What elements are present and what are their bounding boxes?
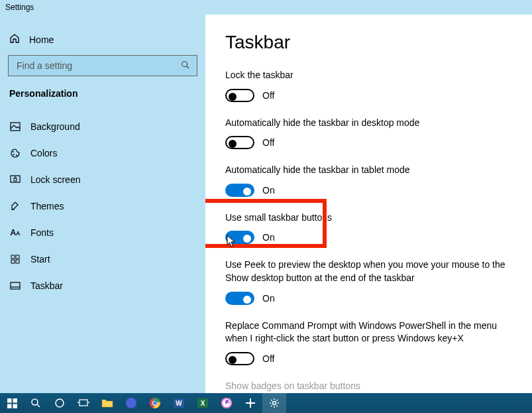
sidebar-item-fonts[interactable]: AA Fonts bbox=[8, 219, 197, 246]
setting-peek: Use Peek to preview the desktop when you… bbox=[225, 259, 512, 304]
setting-label: Use small taskbar buttons bbox=[225, 211, 512, 225]
taskbar-search-icon[interactable] bbox=[24, 393, 48, 413]
toggle-state: Off bbox=[262, 353, 274, 364]
itunes-icon[interactable] bbox=[215, 393, 239, 413]
taskview-icon[interactable] bbox=[72, 393, 95, 413]
setting-badges: Show badges on taskbar buttons bbox=[225, 380, 512, 393]
svg-point-0 bbox=[182, 61, 187, 66]
cortana-icon[interactable] bbox=[48, 393, 72, 413]
window-titlebar: Settings bbox=[0, 0, 532, 15]
sidebar-item-taskbar[interactable]: Taskbar bbox=[8, 272, 197, 299]
toggle-peek[interactable] bbox=[225, 292, 254, 305]
svg-line-1 bbox=[187, 66, 189, 68]
chrome-icon[interactable] bbox=[143, 393, 167, 413]
start-button[interactable] bbox=[0, 393, 24, 413]
search-icon bbox=[181, 60, 190, 72]
svg-text:X: X bbox=[201, 400, 205, 407]
sidebar-item-label: Colors bbox=[30, 148, 57, 158]
sidebar-item-themes[interactable]: Themes bbox=[8, 193, 197, 219]
svg-point-37 bbox=[249, 402, 252, 404]
background-icon bbox=[9, 122, 21, 131]
os-taskbar[interactable]: W X bbox=[0, 393, 532, 413]
svg-rect-15 bbox=[7, 398, 12, 403]
svg-rect-13 bbox=[11, 282, 20, 289]
setting-powershell: Replace Command Prompt with Windows Powe… bbox=[225, 320, 512, 365]
window-title: Settings bbox=[5, 3, 34, 12]
lockscreen-icon bbox=[9, 175, 21, 184]
home-link[interactable]: Home bbox=[8, 28, 197, 55]
excel-icon[interactable]: X bbox=[191, 393, 215, 413]
sidebar-item-label: Taskbar bbox=[30, 280, 63, 291]
firefox-icon[interactable] bbox=[119, 393, 143, 413]
svg-rect-11 bbox=[11, 260, 15, 263]
settings-taskbar-icon[interactable] bbox=[262, 393, 286, 413]
colors-icon bbox=[9, 148, 21, 158]
setting-label: Show badges on taskbar buttons bbox=[225, 380, 512, 393]
svg-point-38 bbox=[273, 402, 276, 405]
sidebar-item-label: Fonts bbox=[30, 227, 54, 238]
setting-label: Automatically hide the taskbar in tablet… bbox=[225, 164, 512, 177]
svg-point-19 bbox=[32, 399, 38, 405]
setting-label: Automatically hide the taskbar in deskto… bbox=[225, 117, 512, 130]
svg-point-25 bbox=[126, 398, 136, 408]
svg-rect-9 bbox=[11, 255, 15, 259]
sidebar-item-start[interactable]: Start bbox=[8, 246, 197, 272]
toggle-state: Off bbox=[262, 137, 274, 148]
svg-rect-16 bbox=[13, 398, 17, 403]
start-icon bbox=[9, 255, 21, 264]
sidebar-item-label: Lock screen bbox=[30, 174, 80, 185]
setting-autohide-desktop: Automatically hide the taskbar in deskto… bbox=[225, 117, 512, 150]
file-explorer-icon[interactable] bbox=[95, 393, 119, 413]
sidebar-item-label: Background bbox=[30, 121, 80, 132]
main-panel: Taskbar Lock the taskbar Off Automatical… bbox=[205, 15, 532, 413]
svg-point-5 bbox=[16, 154, 17, 156]
toggle-autohide-tablet[interactable] bbox=[225, 184, 254, 197]
svg-point-21 bbox=[56, 399, 64, 407]
sidebar-item-label: Themes bbox=[30, 201, 64, 211]
taskbar-icon bbox=[9, 282, 21, 290]
svg-rect-7 bbox=[14, 178, 17, 181]
section-title: Personalization bbox=[8, 88, 197, 99]
sidebar-item-lockscreen[interactable]: Lock screen bbox=[8, 166, 197, 193]
setting-small-buttons: Use small taskbar buttons On bbox=[225, 211, 512, 245]
setting-autohide-tablet: Automatically hide the taskbar in tablet… bbox=[225, 164, 512, 197]
toggle-state: On bbox=[262, 185, 275, 196]
themes-icon bbox=[9, 201, 21, 211]
sidebar-item-background[interactable]: Background bbox=[8, 113, 197, 140]
sidebar: Home Personalization Background Colors L… bbox=[0, 15, 205, 413]
svg-point-4 bbox=[13, 154, 15, 155]
app-icon[interactable] bbox=[239, 393, 262, 413]
svg-point-3 bbox=[13, 151, 14, 152]
search-input[interactable] bbox=[8, 55, 197, 76]
toggle-state: On bbox=[262, 293, 275, 304]
home-icon bbox=[9, 33, 20, 46]
home-label: Home bbox=[29, 34, 54, 45]
sidebar-item-colors[interactable]: Colors bbox=[8, 140, 197, 166]
setting-label: Lock the taskbar bbox=[225, 69, 512, 82]
fonts-icon: AA bbox=[9, 228, 21, 237]
page-title: Taskbar bbox=[225, 32, 512, 53]
setting-lock-taskbar: Lock the taskbar Off bbox=[225, 69, 512, 102]
search-field[interactable] bbox=[15, 60, 181, 72]
toggle-state: On bbox=[262, 232, 275, 243]
setting-label: Replace Command Prompt with Windows Powe… bbox=[225, 320, 512, 345]
sidebar-item-label: Start bbox=[30, 254, 50, 265]
toggle-lock-taskbar[interactable] bbox=[225, 89, 254, 102]
svg-text:W: W bbox=[176, 400, 182, 407]
toggle-small-buttons[interactable] bbox=[225, 231, 254, 244]
svg-rect-12 bbox=[16, 260, 19, 263]
svg-rect-18 bbox=[13, 404, 17, 408]
word-icon[interactable]: W bbox=[167, 393, 191, 413]
svg-rect-17 bbox=[7, 404, 12, 408]
setting-label: Use Peek to preview the desktop when you… bbox=[225, 259, 512, 284]
svg-rect-22 bbox=[80, 400, 87, 406]
svg-rect-10 bbox=[16, 255, 19, 259]
toggle-powershell[interactable] bbox=[225, 352, 254, 365]
toggle-autohide-desktop[interactable] bbox=[225, 136, 254, 149]
svg-line-20 bbox=[37, 404, 40, 407]
toggle-state: Off bbox=[262, 90, 274, 101]
